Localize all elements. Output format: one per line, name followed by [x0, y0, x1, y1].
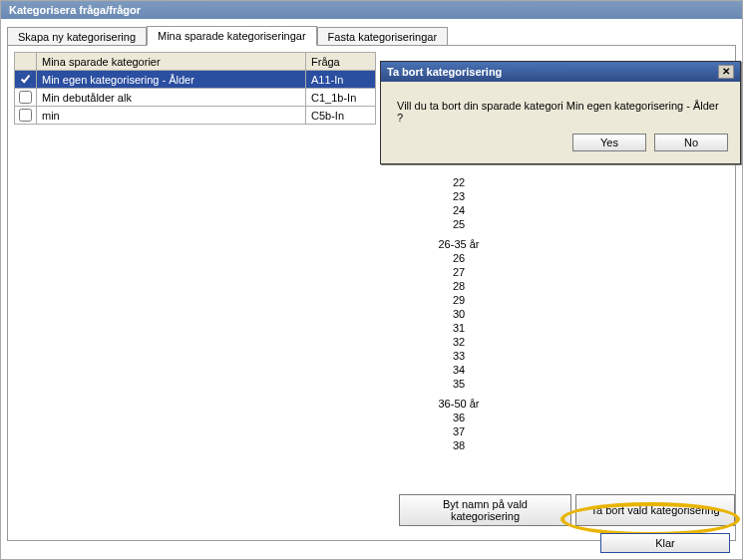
row-checkbox[interactable]	[19, 109, 32, 122]
age-value: 24	[399, 203, 519, 217]
row-checkbox[interactable]	[19, 91, 32, 104]
table-row[interactable]: Min egen kategorisering - ÅlderA11-In	[15, 71, 376, 89]
row-name-cell[interactable]: Min debutålder alk	[37, 89, 306, 107]
window-title: Kategorisera fråga/frågor	[9, 4, 141, 16]
confirm-delete-dialog: Ta bort kategorisering ✕ Vill du ta bort…	[380, 61, 741, 164]
dialog-body-text: Vill du ta bort din sparade kategori Min…	[381, 82, 740, 134]
age-value: 31	[399, 321, 519, 335]
age-value: 25	[399, 217, 519, 231]
dialog-buttons: Yes No	[381, 134, 740, 163]
age-value: 35	[399, 377, 519, 391]
saved-categories-grid: Mina sparade kategorier Fråga Min egen k…	[14, 52, 376, 125]
age-value: 34	[399, 363, 519, 377]
age-value: 33	[399, 349, 519, 363]
age-value: 26	[399, 251, 519, 265]
dialog-title: Ta bort kategorisering	[387, 66, 502, 78]
row-checkbox-cell	[15, 107, 37, 125]
tab-saved-categorizations[interactable]: Mina sparade kategoriseringar	[147, 26, 317, 46]
row-question-cell[interactable]: C1_1b-In	[306, 89, 376, 107]
age-value: 36	[399, 411, 519, 424]
age-value: 22	[399, 175, 519, 189]
row-name-cell[interactable]: Min egen kategorisering - Ålder	[37, 71, 306, 89]
tab-fixed-categorizations[interactable]: Fasta kategoriseringar	[317, 27, 448, 46]
age-group-label: 26-35 år	[399, 237, 519, 251]
age-value: 23	[399, 189, 519, 203]
row-question-cell[interactable]: C5b-In	[306, 107, 376, 125]
age-group: 36-50 år363738	[399, 397, 519, 452]
age-value: 29	[399, 293, 519, 307]
age-value: 27	[399, 265, 519, 279]
rename-category-button[interactable]: Byt namn på vald kategorisering	[399, 494, 571, 526]
delete-category-button[interactable]: Ta bort vald kategorisering	[575, 494, 735, 526]
dialog-close-button[interactable]: ✕	[718, 65, 734, 79]
age-group: 22232425	[399, 175, 519, 231]
table-row[interactable]: Min debutålder alkC1_1b-In	[15, 89, 376, 107]
action-buttons-row: Byt namn på vald kategorisering Ta bort …	[399, 494, 735, 526]
dialog-titlebar: Ta bort kategorisering ✕	[381, 62, 740, 82]
dialog-yes-button[interactable]: Yes	[572, 134, 646, 151]
row-checkbox[interactable]	[19, 73, 32, 86]
tab-row: Skapa ny kategorisering Mina sparade kat…	[1, 19, 742, 45]
row-checkbox-cell	[15, 71, 37, 89]
grid-header-question[interactable]: Fråga	[306, 53, 376, 71]
done-button[interactable]: Klar	[600, 533, 730, 553]
grid-header-check	[15, 53, 37, 71]
row-question-cell[interactable]: A11-In	[306, 71, 376, 89]
age-value: 30	[399, 307, 519, 321]
age-value: 28	[399, 279, 519, 293]
window-titlebar: Kategorisera fråga/frågor	[1, 1, 742, 19]
age-group: 26-35 år26272829303132333435	[399, 237, 519, 391]
age-value: 32	[399, 335, 519, 349]
age-value: 38	[399, 438, 519, 452]
age-values-list: 2223242526-35 år2627282930313233343536-5…	[399, 175, 519, 458]
row-checkbox-cell	[15, 89, 37, 107]
close-icon: ✕	[722, 66, 730, 77]
table-row[interactable]: minC5b-In	[15, 107, 376, 125]
grid-header-name[interactable]: Mina sparade kategorier	[37, 53, 306, 71]
age-value: 37	[399, 424, 519, 438]
dialog-no-button[interactable]: No	[654, 134, 728, 151]
row-name-cell[interactable]: min	[37, 107, 306, 125]
tab-new-categorization[interactable]: Skapa ny kategorisering	[7, 27, 147, 46]
age-group-label: 36-50 år	[399, 397, 519, 411]
